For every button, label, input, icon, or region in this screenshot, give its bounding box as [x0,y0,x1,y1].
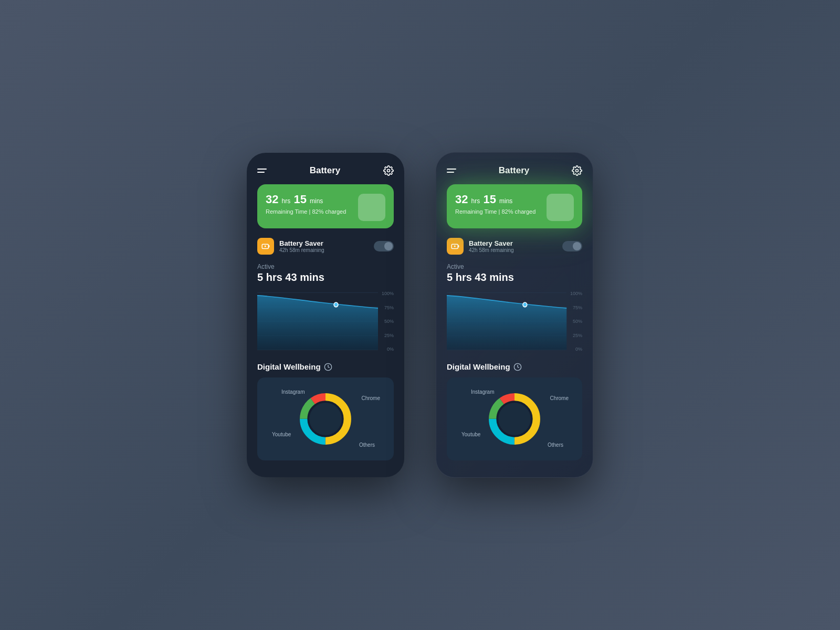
donut-wrapper-2: Instagram Chrome Youtube Others [455,385,574,453]
battery-time-1: 32 hrs 15 mins [266,193,346,206]
phone-2: Battery 32 hrs 15 mins Remaining Time | … [436,152,593,478]
phone-1: Battery 32 hrs 15 mins Remaining Time | … [247,153,404,477]
active-time-1: 5 hrs 43 mins [257,271,394,284]
chart-svg-2 [447,290,582,353]
donut-card-2: Instagram Chrome Youtube Others [447,377,582,460]
svg-point-26 [523,302,527,307]
battery-card-1: 32 hrs 15 mins Remaining Time | 82% char… [257,184,394,228]
active-time-2: 5 hrs 43 mins [447,271,582,284]
wellbeing-icon-2 [513,363,522,371]
wellbeing-title-2: Digital Wellbeing [447,362,582,371]
chrome-label-1: Chrome [361,395,380,401]
battery-subtitle-2: Remaining Time | 82% charged [455,208,536,215]
battery-saver-toggle-2[interactable] [562,241,582,251]
active-label-1: Active [257,263,394,270]
page-title-2: Battery [499,165,530,176]
menu-icon-2[interactable] [447,169,456,173]
phone-1-body: Battery 32 hrs 15 mins Remaining Time | … [247,153,404,477]
donut-chart-1 [297,390,354,448]
battery-indicator-1 [358,194,385,221]
menu-icon[interactable] [257,169,267,173]
phone-2-body: Battery 32 hrs 15 mins Remaining Time | … [436,152,593,478]
top-bar-1: Battery [257,165,394,176]
saver-row-1: Battery Saver 42h 58m remaining [257,238,394,255]
wellbeing-title-1: Digital Wellbeing [257,362,394,371]
settings-icon-2[interactable] [572,165,582,176]
battery-saver-toggle-1[interactable] [374,241,394,251]
battery-chart-2: 100% 75% 50% 25% 0% [447,290,582,353]
instagram-label-1: Instagram [281,389,304,395]
battery-card-2: 32 hrs 15 mins Remaining Time | 82% char… [447,184,582,228]
battery-chart-1: 100% 75% 50% 25% 0% [257,290,394,353]
svg-point-17 [576,170,579,172]
battery-plus-icon [261,242,270,251]
saver-row-2: Battery Saver 42h 58m remaining [447,238,582,255]
wellbeing-icon-1 [324,363,332,371]
active-label-2: Active [447,263,582,270]
battery-subtitle-1: Remaining Time | 82% charged [266,208,346,215]
svg-point-9 [334,302,338,307]
youtube-label-1: Youtube [272,432,291,437]
donut-wrapper-1: Instagram Chrome Youtube Others [266,385,385,453]
svg-point-33 [498,403,531,435]
page-title-1: Battery [310,165,341,176]
chart-y-labels-1: 100% 75% 50% 25% 0% [382,290,394,353]
battery-saver-icon-2 [447,238,464,255]
chart-svg-1 [257,290,394,353]
chrome-label-2: Chrome [550,395,569,401]
settings-icon[interactable] [383,165,394,176]
saver-text-1: Battery Saver 42h 58m remaining [279,239,374,253]
battery-plus-icon-2 [450,242,460,251]
others-label-1: Others [359,442,375,448]
others-label-2: Others [548,442,563,448]
chart-y-labels-2: 100% 75% 50% 25% 0% [570,290,582,353]
battery-time-2: 32 hrs 15 mins [455,193,536,206]
youtube-label-2: Youtube [461,432,480,437]
svg-point-16 [309,403,342,435]
battery-indicator-2 [547,194,574,221]
instagram-label-2: Instagram [471,389,494,395]
battery-saver-icon [257,238,274,255]
donut-card-1: Instagram Chrome Youtube Others [257,377,394,460]
saver-text-2: Battery Saver 42h 58m remaining [469,239,562,253]
svg-point-0 [387,170,390,172]
top-bar-2: Battery [447,165,582,176]
donut-chart-2 [486,390,543,448]
